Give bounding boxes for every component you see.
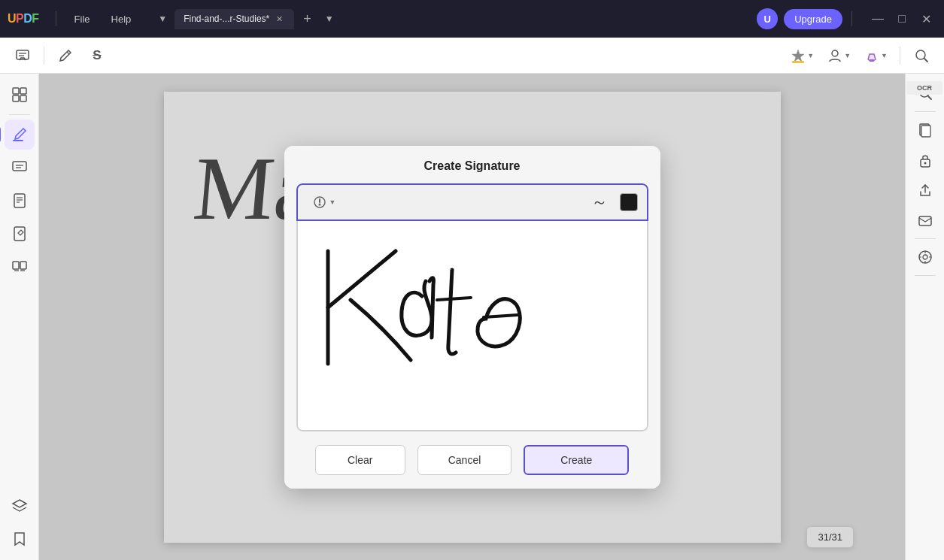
svg-rect-6 [870,59,874,62]
right-pages-button[interactable] [912,117,939,144]
svg-point-7 [916,50,925,59]
sidebar-bookmark-button[interactable] [5,524,35,554]
right-save-button[interactable] [912,244,939,271]
user-tool-selector[interactable]: ▼ [823,45,855,66]
pen-nib-icon [313,195,326,209]
page-icon [11,192,28,209]
close-button[interactable]: ✕ [915,8,936,29]
menu-help[interactable]: Help [102,11,141,28]
svg-rect-13 [13,140,23,141]
clear-button[interactable]: Clear [315,445,405,475]
layers-icon [11,498,28,514]
tab-label: Find-and-...r-Studies* [184,14,269,24]
pen-style-button[interactable]: ▼ [307,192,342,212]
left-sidebar [0,74,39,560]
svg-rect-22 [13,262,19,269]
ocr-button[interactable]: OCR [906,81,942,95]
sidebar-layers-button[interactable] [5,491,35,521]
sidebar-thumbnail-button[interactable] [5,80,35,110]
svg-rect-11 [13,95,19,101]
right-pages-icon [918,123,933,138]
svg-rect-21 [14,227,25,241]
svg-line-30 [928,96,931,99]
main-toolbar: S ▼ ▼ ▼ [0,38,944,74]
highlight-dropdown-arrow: ▼ [881,52,888,59]
pen-color-icon [791,48,806,63]
dialog-overlay: Create Signature ▼ [39,74,905,560]
toolbar-separator-1 [44,47,44,65]
dialog-footer: Clear Cancel Create [284,431,660,489]
right-email-icon [918,213,933,228]
right-sep-2 [915,238,936,239]
right-lock-icon [918,153,933,168]
sidebar-page-button[interactable] [5,186,35,216]
user-avatar[interactable]: U [757,8,778,29]
svg-rect-23 [20,262,26,269]
color-picker-button[interactable] [620,193,638,211]
titlebar-menu: File Help [65,11,141,28]
right-share-icon [918,183,933,198]
svg-line-8 [924,59,927,62]
main-layout: Ma Create Signature [0,74,944,560]
tab-close-button[interactable]: ✕ [274,14,285,25]
organize-icon [11,259,28,275]
pen-icon [58,48,73,63]
right-share-button[interactable] [912,177,939,204]
signature-canvas[interactable] [296,221,648,431]
active-tab[interactable]: Find-and-...r-Studies* ✕ [175,9,294,29]
right-sep-1 [915,111,936,112]
titlebar-right: U Upgrade — □ ✕ [757,8,936,29]
bookmark-icon [11,531,28,547]
right-lock-button[interactable] [912,147,939,174]
dialog-title: Create Signature [284,146,660,183]
svg-rect-4 [792,61,804,63]
sidebar-edit-button[interactable] [5,219,35,249]
titlebar-sep-2 [851,11,852,26]
titlebar: UPDF File Help ▼ Find-and-...r-Studies* … [0,0,944,38]
titlebar-separator [56,11,56,26]
content-area: Ma Create Signature [39,74,905,560]
tab-more-button[interactable]: ▼ [320,11,338,27]
tab-area: ▼ Find-and-...r-Studies* ✕ + ▼ [153,9,751,29]
svg-rect-10 [20,88,26,94]
window-controls: — □ ✕ [867,8,936,29]
pen-color-selector[interactable]: ▼ [786,45,818,66]
kate-signature-svg [305,229,591,409]
tab-dropdown-button[interactable]: ▼ [153,11,171,27]
sidebar-comment-button[interactable] [5,153,35,183]
dialog-body: ▼ ～ [296,183,648,431]
pen-dropdown-indicator: ▼ [329,198,336,206]
svg-point-34 [924,162,926,165]
create-button[interactable]: Create [524,445,629,475]
svg-rect-17 [14,194,25,207]
strikethrough-icon: S [93,48,101,63]
user-dropdown-arrow: ▼ [844,52,851,59]
user-icon [827,48,842,63]
toolbar-separator-2 [900,47,900,65]
search-button[interactable] [908,42,935,69]
upgrade-button[interactable]: Upgrade [784,9,842,29]
pen-dropdown-arrow: ▼ [807,52,814,59]
sidebar-organize-button[interactable] [5,252,35,282]
svg-line-3 [67,52,69,54]
highlight-tool-selector[interactable]: ▼ [860,45,892,66]
comment-tool-button[interactable] [9,42,36,69]
tab-add-button[interactable]: + [297,10,317,29]
app-logo: UPDF [8,12,39,26]
cancel-button[interactable]: Cancel [417,445,512,475]
strikethrough-tool-button[interactable]: S [83,42,111,69]
svg-rect-14 [13,162,26,171]
right-email-button[interactable] [912,207,939,234]
pen-tool-button[interactable] [52,42,79,69]
menu-file[interactable]: File [65,11,99,28]
svg-rect-9 [13,88,19,94]
svg-rect-35 [919,216,931,226]
svg-point-5 [832,50,838,56]
svg-point-37 [923,255,927,259]
svg-point-28 [318,203,320,205]
maximize-button[interactable]: □ [891,8,912,29]
annotate-icon [11,126,28,143]
tilde-preview: ～ [585,191,614,213]
sidebar-annotate-button[interactable] [5,120,35,150]
minimize-button[interactable]: — [867,8,888,29]
